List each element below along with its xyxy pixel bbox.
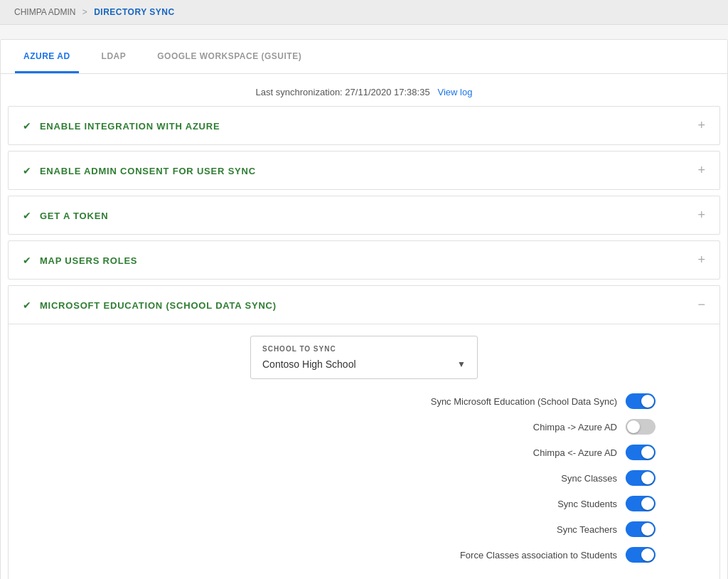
toggle-row-sync-students: Sync Students <box>557 496 655 511</box>
check-icon-admin-consent: ✔ <box>23 165 31 176</box>
school-to-sync-select-row[interactable]: Contoso High School ▼ <box>262 358 466 370</box>
section-map-users: ✔ MAP USERS ROLES + <box>8 240 720 280</box>
section-title-admin-consent: ENABLE ADMIN CONSENT FOR USER SYNC <box>40 166 256 176</box>
toggle-label-sync-classes: Sync Classes <box>561 473 617 484</box>
section-get-token: ✔ GET A TOKEN + <box>8 196 720 235</box>
toggle-label-chimpa-to-azure: Chimpa -> Azure AD <box>533 422 617 432</box>
toggle-row-chimpa-to-azure: Chimpa -> Azure AD <box>533 419 655 435</box>
tab-gsuite[interactable]: GOOGLE WORKSPACE (GSUITE) <box>149 40 310 73</box>
breadcrumb-bar: CHIMPA ADMIN > DIRECTORY SYNC <box>0 0 728 25</box>
expand-icon-get-token: + <box>697 208 705 223</box>
toggle-switch-sync-students[interactable] <box>626 496 655 511</box>
school-to-sync-label: SCHOOL TO SYNC <box>262 345 466 353</box>
section-ms-education-body: SCHOOL TO SYNC Contoso High School ▼ Syn… <box>9 324 719 579</box>
last-sync-text: Last synchronization: 27/11/2020 17:38:3… <box>256 87 430 97</box>
toggle-row-sync-ms-education: Sync Microsoft Education (School Data Sy… <box>431 393 655 409</box>
toggle-label-azure-to-chimpa: Chimpa <- Azure AD <box>533 447 617 458</box>
expand-icon-admin-consent: + <box>697 163 705 178</box>
toggle-rows: Sync Microsoft Education (School Data Sy… <box>30 393 698 573</box>
section-ms-education-header[interactable]: ✔ MICROSOFT EDUCATION (SCHOOL DATA SYNC)… <box>9 286 719 324</box>
section-enable-integration-header[interactable]: ✔ ENABLE INTEGRATION WITH AZURE + <box>9 107 719 144</box>
tab-ldap[interactable]: LDAP <box>93 40 135 73</box>
tabs-bar: AZURE AD LDAP GOOGLE WORKSPACE (GSUITE) <box>1 40 727 74</box>
section-title-get-token: GET A TOKEN <box>40 211 108 221</box>
section-admin-consent-header[interactable]: ✔ ENABLE ADMIN CONSENT FOR USER SYNC + <box>9 152 719 189</box>
section-title-map-users: MAP USERS ROLES <box>40 255 137 266</box>
expand-icon-enable-integration: + <box>697 118 705 133</box>
toggle-switch-sync-teachers[interactable] <box>626 521 655 537</box>
section-ms-education: ✔ MICROSOFT EDUCATION (SCHOOL DATA SYNC)… <box>8 285 720 579</box>
toggle-switch-force-classes[interactable] <box>626 547 655 563</box>
breadcrumb-current: DIRECTORY SYNC <box>94 7 174 17</box>
main-content: AZURE AD LDAP GOOGLE WORKSPACE (GSUITE) … <box>0 39 728 579</box>
toggle-row-sync-teachers: Sync Teachers <box>557 521 655 537</box>
check-icon-get-token: ✔ <box>23 210 31 221</box>
check-icon-ms-education: ✔ <box>23 299 31 311</box>
toggle-switch-chimpa-to-azure[interactable] <box>626 419 655 435</box>
section-get-token-header[interactable]: ✔ GET A TOKEN + <box>9 196 719 234</box>
toggle-switch-sync-ms-education[interactable] <box>626 393 655 409</box>
breadcrumb-separator: > <box>82 7 87 17</box>
expand-icon-map-users: + <box>697 253 705 267</box>
check-icon-enable-integration: ✔ <box>23 120 31 132</box>
toggle-switch-azure-to-chimpa[interactable] <box>626 445 655 460</box>
view-log-link[interactable]: View log <box>437 87 472 97</box>
section-enable-integration: ✔ ENABLE INTEGRATION WITH AZURE + <box>8 106 720 145</box>
toggle-label-sync-ms-education: Sync Microsoft Education (School Data Sy… <box>431 396 617 407</box>
school-to-sync-value: Contoso High School <box>262 358 356 370</box>
toggle-row-force-classes: Force Classes association to Students <box>460 547 655 563</box>
collapse-icon-ms-education: − <box>697 297 705 312</box>
toggle-label-sync-teachers: Sync Teachers <box>557 524 617 535</box>
toggle-row-azure-to-chimpa: Chimpa <- Azure AD <box>533 445 655 460</box>
toggle-switch-sync-classes[interactable] <box>626 470 655 486</box>
section-admin-consent: ✔ ENABLE ADMIN CONSENT FOR USER SYNC + <box>8 151 720 190</box>
chevron-down-icon: ▼ <box>457 359 466 369</box>
check-icon-map-users: ✔ <box>23 255 31 266</box>
tab-azure-ad[interactable]: AZURE AD <box>15 40 79 73</box>
toggle-row-sync-classes: Sync Classes <box>561 470 655 486</box>
section-title-ms-education: MICROSOFT EDUCATION (SCHOOL DATA SYNC) <box>40 300 277 311</box>
section-map-users-header[interactable]: ✔ MAP USERS ROLES + <box>9 241 719 279</box>
school-to-sync-box: SCHOOL TO SYNC Contoso High School ▼ <box>250 336 478 379</box>
toggle-label-sync-students: Sync Students <box>557 499 617 509</box>
toggle-label-force-classes: Force Classes association to Students <box>460 550 617 561</box>
section-title-enable-integration: ENABLE INTEGRATION WITH AZURE <box>40 121 220 132</box>
sync-info: Last synchronization: 27/11/2020 17:38:3… <box>1 74 727 106</box>
breadcrumb-parent: CHIMPA ADMIN <box>14 7 75 17</box>
